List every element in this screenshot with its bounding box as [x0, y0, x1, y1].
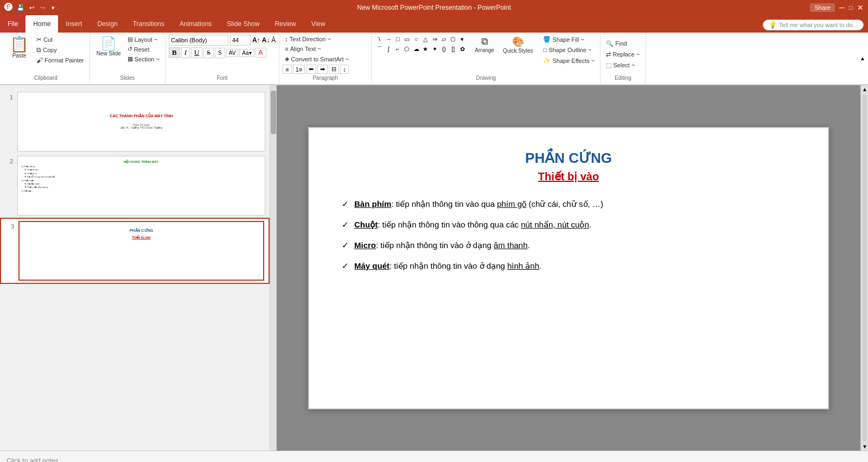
tab-review[interactable]: Review	[267, 15, 303, 33]
quick-styles-button[interactable]: 🎨 Quick Styles	[500, 35, 537, 55]
slide-item-row-2: ✓ Chuột: tiếp nhận thông tin vào thông q…	[342, 220, 795, 230]
shape-connector[interactable]: ⌐	[393, 45, 402, 53]
shape-triangle[interactable]: △	[421, 35, 430, 43]
tab-slideshow[interactable]: Slide Show	[219, 15, 267, 33]
item1-bold: Bàn phím	[354, 199, 391, 208]
columns-button[interactable]: ⊟	[329, 65, 339, 74]
clear-format-icon[interactable]: Ā	[271, 36, 276, 44]
tell-me-input[interactable]: 💡 Tell me what you want to do...	[763, 20, 864, 30]
shape-hex[interactable]: ⬡	[449, 35, 457, 43]
section-button[interactable]: ▦ Section ~	[125, 54, 162, 64]
shape-line[interactable]: \	[375, 35, 384, 43]
replace-button[interactable]: ⇄ Replace ~	[604, 50, 642, 59]
font-size-input[interactable]	[230, 35, 251, 46]
quick-access-toolbar: 💾 ↩ ↪ ▾	[16, 3, 58, 12]
shape-more[interactable]: ▾	[458, 35, 467, 43]
shape-star5[interactable]: ★	[421, 45, 430, 53]
share-button[interactable]: Share	[810, 3, 834, 12]
undo-icon[interactable]: ↩	[27, 3, 36, 12]
shape-pentagon[interactable]: ⬠	[403, 45, 411, 53]
strikethrough-button[interactable]: S	[203, 48, 214, 58]
new-slide-button[interactable]: 📄 New Slide	[93, 35, 124, 59]
slide-main-title: PHẦN CỨNG	[525, 150, 612, 167]
bold-button[interactable]: B	[169, 47, 180, 58]
select-button[interactable]: ⬚ Select ~	[604, 61, 637, 70]
cut-button[interactable]: ✂ Cut	[34, 35, 86, 45]
shape-para[interactable]: ▱	[439, 35, 448, 43]
change-case-button[interactable]: Aa▾	[239, 49, 254, 57]
reset-button[interactable]: ↺ Reset	[125, 45, 162, 54]
shape-cloud[interactable]: ☁	[412, 45, 420, 53]
tab-transitions[interactable]: Transitions	[125, 15, 172, 33]
format-painter-icon: 🖌	[36, 56, 43, 64]
slide-panel-scrollbar[interactable]	[270, 85, 276, 451]
main-slide[interactable]: PHẦN CỨNG Thiết bị vào ✓ Bàn phím: tiếp …	[308, 127, 829, 409]
item2-bold: Chuột	[354, 220, 378, 229]
paste-button[interactable]: 📋 Paste	[5, 35, 33, 61]
underline-button[interactable]: U	[191, 47, 202, 58]
align-text-button[interactable]: ≡ Align Text ~	[283, 45, 323, 53]
convert-smartart-button[interactable]: ◈ Convert to SmartArt ~	[283, 54, 351, 64]
align-text-icon: ≡	[285, 46, 288, 52]
save-icon[interactable]: 💾	[16, 3, 25, 12]
tab-home[interactable]: Home	[25, 15, 58, 33]
shape-arrow[interactable]: →	[384, 35, 393, 43]
slides-group: 📄 New Slide ▤ Layout ~ ↺ Reset ▦ Section…	[90, 34, 165, 83]
shape-rect[interactable]: □	[393, 35, 402, 43]
numbering-button[interactable]: 1≡	[293, 65, 305, 74]
close-icon[interactable]: ✕	[857, 3, 864, 12]
scroll-track[interactable]	[862, 94, 867, 441]
find-button[interactable]: 🔍 Find	[604, 39, 629, 48]
increase-indent-button[interactable]: ➡	[317, 65, 328, 74]
shape-effects-button[interactable]: ✨ Shape Effects ~	[541, 56, 597, 65]
font-color-button[interactable]: A	[256, 48, 266, 58]
shape-custom[interactable]: ✿	[458, 45, 467, 53]
decrease-indent-button[interactable]: ⬅	[306, 65, 316, 74]
shape-rtarrow[interactable]: ⇒	[430, 35, 439, 43]
redo-icon[interactable]: ↪	[38, 3, 47, 12]
italic-button[interactable]: I	[181, 47, 190, 58]
shape-oval[interactable]: ○	[412, 35, 420, 43]
scroll-up-arrow[interactable]: ▲	[861, 85, 868, 93]
slide-thumbnail-2[interactable]: 2 NỘI DUNG TRÌNH BÀY ❑ Phần cứng ❖ Thiết…	[0, 154, 270, 218]
shape-star4[interactable]: ✦	[430, 45, 439, 53]
shape-arc[interactable]: ⌒	[375, 45, 384, 53]
tab-file[interactable]: File	[0, 15, 25, 33]
scrollbar-thumb	[271, 91, 276, 134]
text-shadow-button[interactable]: S	[215, 48, 225, 58]
tab-animations[interactable]: Animations	[172, 15, 219, 33]
font-name-input[interactable]	[169, 35, 228, 46]
tab-view[interactable]: View	[304, 15, 333, 33]
tab-design[interactable]: Design	[90, 15, 125, 33]
shape-rounded-rect[interactable]: ▭	[403, 35, 411, 43]
right-scrollbar[interactable]: ▲ ▼	[860, 85, 868, 451]
slide-thumbnail-1[interactable]: 1 CÁC THÀNH PHẦN CỦA MÁY TÍNH Pham Thi X…	[0, 90, 270, 154]
notes-bar[interactable]: Click to add notes	[0, 451, 868, 462]
arrange-button[interactable]: ⧉ Arrange	[471, 35, 497, 54]
shape-bracket[interactable]: []	[449, 45, 457, 53]
check-4: ✓	[342, 261, 349, 271]
shape-effects-icon: ✨	[543, 57, 551, 64]
cut-icon: ✂	[36, 36, 42, 43]
text-direction-button[interactable]: ↕ Text Direction ~	[283, 35, 333, 43]
copy-button[interactable]: ⧉ Copy	[34, 45, 86, 55]
slide-thumbnail-3[interactable]: 3 PHẦN CỨNG Thiết bị vào	[0, 218, 270, 284]
shape-brace[interactable]: {}	[439, 45, 448, 53]
maximize-icon[interactable]: □	[849, 4, 853, 11]
layout-button[interactable]: ▤ Layout ~	[125, 35, 162, 44]
ribbon-collapse-button[interactable]: ▲	[859, 34, 866, 83]
char-spacing-button[interactable]: AV	[226, 49, 239, 57]
customize-quick-access-icon[interactable]: ▾	[49, 3, 58, 12]
format-painter-button[interactable]: 🖌 Format Painter	[34, 55, 86, 65]
scroll-down-arrow[interactable]: ▼	[861, 442, 868, 451]
bullets-button[interactable]: ≡	[283, 65, 291, 74]
line-spacing-button[interactable]: ↕	[340, 65, 349, 74]
shape-curve[interactable]: ∫	[384, 45, 393, 53]
tab-insert[interactable]: Insert	[58, 15, 90, 33]
lightbulb-icon: 💡	[769, 21, 777, 29]
minimize-icon[interactable]: ─	[839, 3, 845, 12]
shape-fill-button[interactable]: 🪣 Shape Fill ~	[541, 35, 597, 44]
shape-outline-button[interactable]: □ Shape Outline ~	[541, 46, 597, 54]
decrease-font-icon[interactable]: A↓	[262, 36, 270, 44]
increase-font-icon[interactable]: A↑	[252, 36, 260, 44]
